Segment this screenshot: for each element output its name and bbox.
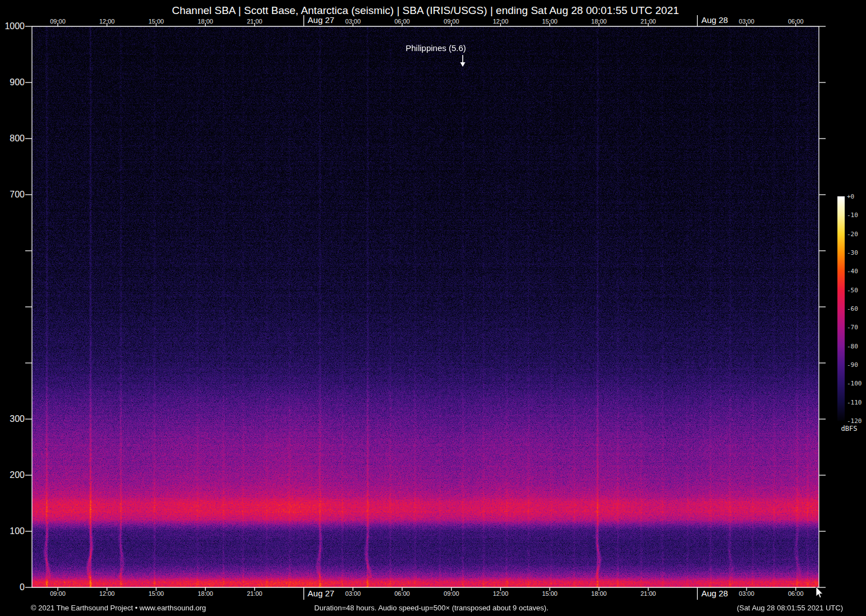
x-axis-time-label: 06:00 (394, 590, 410, 597)
x-axis-time-label: 12:00 (493, 18, 509, 25)
x-axis-day-label: Aug 28 (701, 15, 728, 25)
x-axis-time-label: 21:00 (641, 18, 656, 25)
colorbar-gradient (837, 196, 845, 421)
x-axis-time-label: 03:00 (739, 590, 754, 597)
x-axis-time-label: 03:00 (739, 18, 754, 25)
x-axis-time-label: 09:00 (50, 18, 66, 25)
spectrogram-page: { "page": {"background": "#000000", "acc… (0, 0, 866, 616)
x-axis-time-label: 18:00 (591, 590, 607, 597)
x-axis-day-label: Aug 28 (701, 589, 728, 598)
x-axis-time-label: 18:00 (197, 590, 213, 597)
x-axis-time-label: 12:00 (493, 590, 509, 597)
footer-duration-note: Duration=48 hours. Audio speed-up=500× (… (314, 604, 548, 612)
colorbar-tick-label: -120 (847, 417, 862, 425)
colorbar-unit-label: dBFS (836, 425, 863, 433)
x-axis-time-label: 15:00 (149, 18, 164, 25)
x-axis-day-label: Aug 27 (308, 589, 335, 598)
colorbar-tick-label: -10 (847, 212, 858, 219)
y-axis-tick-label: 300 (0, 414, 25, 424)
x-axis-time-label: 15:00 (542, 18, 558, 25)
y-axis-tick-label: 700 (0, 190, 25, 200)
colorbar-tick-label: -100 (847, 380, 862, 387)
x-axis-time-label: 09:00 (444, 18, 459, 25)
colorbar-tick-label: -110 (847, 398, 862, 406)
x-axis-time-label: 12:00 (99, 590, 115, 597)
colorbar-tick-label: -60 (847, 305, 858, 312)
footer-copyright: © 2021 The Earthsound Project • www.eart… (31, 604, 206, 612)
x-axis-time-label: 21:00 (247, 18, 262, 25)
colorbar-tick-label: -70 (847, 324, 858, 331)
colorbar-tick-label: -80 (847, 342, 858, 350)
x-axis-time-label: 06:00 (788, 18, 804, 25)
x-axis-time-label: 21:00 (641, 590, 656, 597)
y-axis-tick-label: 0 (0, 582, 25, 592)
x-axis-time-label: 03:00 (346, 590, 361, 597)
y-axis-tick-label: 900 (0, 77, 25, 88)
colorbar-tick-label: -90 (847, 361, 858, 369)
x-axis-time-label: 15:00 (542, 590, 558, 597)
colorbar-tick-label: -20 (847, 230, 858, 237)
x-axis-time-label: 15:00 (149, 590, 164, 597)
x-axis-time-label: 06:00 (394, 18, 410, 25)
colorbar-tick-label: +0 (847, 193, 854, 200)
y-axis-tick-label: 1000 (0, 21, 25, 31)
x-axis-day-label: Aug 27 (308, 15, 335, 25)
y-axis-tick-label: 100 (0, 526, 25, 536)
x-axis-time-label: 12:00 (99, 18, 115, 25)
footer-generated-timestamp: (Sat Aug 28 08:01:55 2021 UTC) (737, 604, 843, 612)
x-axis-time-label: 18:00 (591, 18, 607, 25)
event-annotation-label: Philippines (5.6) (406, 43, 466, 53)
x-axis-time-label: 21:00 (247, 590, 262, 597)
y-axis-tick-label: 800 (0, 134, 25, 144)
x-axis-time-label: 09:00 (50, 590, 66, 597)
mouse-pointer-icon (816, 587, 823, 597)
x-axis-time-label: 03:00 (346, 18, 361, 25)
colorbar-tick-label: -50 (847, 286, 858, 293)
colorbar-tick-label: -30 (847, 249, 858, 256)
x-axis-time-label: 18:00 (197, 18, 213, 25)
x-axis-time-label: 06:00 (788, 590, 804, 597)
spectrogram-heatmap (32, 26, 819, 587)
colorbar-tick-label: -40 (847, 268, 858, 275)
y-axis-tick-label: 200 (0, 470, 25, 480)
x-axis-time-label: 09:00 (444, 590, 459, 597)
